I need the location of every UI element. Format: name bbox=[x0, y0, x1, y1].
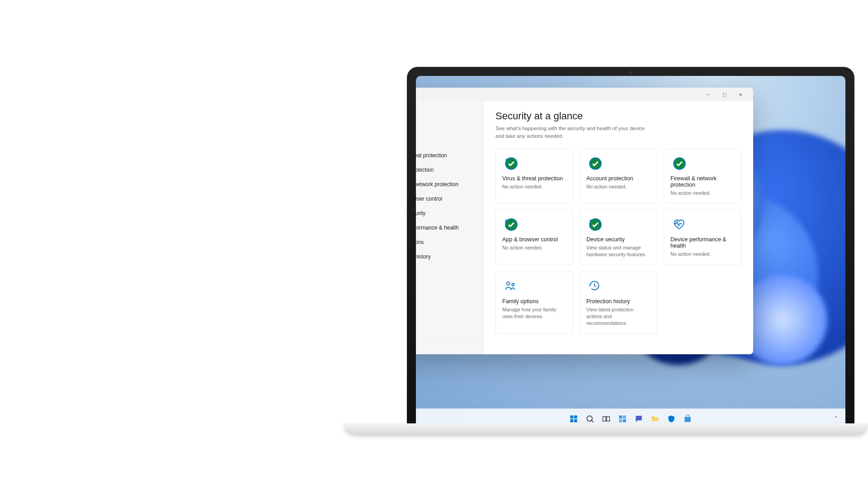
sidebar-item-account[interactable]: Account protection bbox=[416, 163, 483, 177]
main-panel: Security at a glance See what's happenin… bbox=[484, 101, 753, 354]
sidebar-item-label: Account protection bbox=[416, 167, 434, 173]
page-subtitle: See what's happening with the security a… bbox=[495, 125, 649, 141]
card-title: App & browser control bbox=[502, 236, 566, 243]
task-view-button[interactable] bbox=[600, 413, 612, 425]
svg-rect-25 bbox=[619, 415, 623, 418]
card-title: Device performance & health bbox=[670, 236, 735, 249]
sidebar-item-label: Device performance & health bbox=[416, 225, 459, 231]
card-app-browser[interactable]: App & browser control No action needed. bbox=[495, 210, 573, 265]
card-subtitle: View latest protection actions and recom… bbox=[586, 306, 651, 327]
svg-point-22 bbox=[587, 416, 592, 421]
windows-security-window: Windows Security ─ ▢ ✕ bbox=[416, 88, 753, 354]
status-ok-icon bbox=[503, 157, 519, 170]
sidebar-item-home[interactable]: Home bbox=[416, 134, 483, 148]
card-protection-history[interactable]: Protection history View latest protectio… bbox=[580, 272, 657, 334]
svg-rect-21 bbox=[574, 419, 577, 422]
card-subtitle: View status and manage hardware security… bbox=[586, 244, 651, 258]
broadcast-icon bbox=[670, 156, 687, 169]
card-firewall[interactable]: Firewall & network protection No action … bbox=[664, 149, 741, 203]
sidebar-item-device-security[interactable]: Device security bbox=[416, 206, 483, 221]
start-button[interactable] bbox=[568, 413, 580, 425]
svg-rect-28 bbox=[623, 419, 626, 422]
history-icon bbox=[586, 279, 603, 292]
heart-pulse-icon bbox=[670, 217, 687, 230]
svg-rect-29 bbox=[684, 417, 690, 422]
card-title: Device security bbox=[586, 236, 651, 243]
sidebar-item-app-browser[interactable]: App & browser control bbox=[416, 192, 483, 206]
svg-rect-18 bbox=[571, 415, 574, 418]
card-subtitle: No action needed. bbox=[586, 183, 651, 190]
card-subtitle: No action needed. bbox=[502, 183, 566, 190]
svg-rect-24 bbox=[607, 417, 610, 421]
window-icon bbox=[502, 217, 519, 230]
sidebar-item-label: Protection history bbox=[416, 253, 431, 260]
sidebar-item-label: Firewall & network protection bbox=[416, 181, 458, 188]
family-icon bbox=[502, 279, 519, 292]
person-icon bbox=[586, 156, 603, 169]
chat-button[interactable] bbox=[633, 413, 645, 425]
svg-point-16 bbox=[507, 282, 510, 285]
status-ok-icon bbox=[671, 157, 688, 170]
sidebar: Home Virus & threat protection Account p… bbox=[416, 101, 484, 354]
card-title: Virus & threat protection bbox=[502, 175, 566, 182]
card-title: Protection history bbox=[586, 298, 651, 305]
maximize-button[interactable]: ▢ bbox=[716, 88, 732, 101]
card-family-options[interactable]: Family options Manage how your family us… bbox=[495, 272, 573, 334]
card-subtitle: No action needed. bbox=[670, 251, 735, 258]
minimize-button[interactable]: ─ bbox=[700, 88, 716, 101]
widgets-button[interactable] bbox=[617, 413, 628, 425]
status-ok-icon bbox=[587, 218, 604, 231]
status-ok-icon bbox=[587, 157, 604, 170]
card-device-health[interactable]: Device performance & health No action ne… bbox=[664, 210, 741, 265]
status-ok-icon bbox=[503, 218, 519, 231]
titlebar: Windows Security ─ ▢ ✕ bbox=[416, 88, 753, 101]
search-button[interactable] bbox=[584, 413, 596, 425]
svg-rect-23 bbox=[603, 417, 606, 421]
close-button[interactable]: ✕ bbox=[732, 88, 749, 101]
sidebar-item-label: Device security bbox=[416, 210, 425, 216]
card-subtitle: No action needed. bbox=[670, 190, 735, 197]
laptop-frame: Windows Security ─ ▢ ✕ bbox=[407, 67, 854, 428]
svg-point-17 bbox=[512, 283, 514, 286]
card-title: Family options bbox=[502, 298, 566, 305]
sidebar-item-device-health[interactable]: Device performance & health bbox=[416, 221, 483, 235]
sidebar-item-virus[interactable]: Virus & threat protection bbox=[416, 148, 483, 163]
sidebar-item-label: Family options bbox=[416, 239, 424, 245]
camera-dot bbox=[629, 71, 632, 74]
card-title: Account protection bbox=[586, 175, 651, 182]
sidebar-item-label: Virus & threat protection bbox=[416, 152, 447, 159]
card-device-security[interactable]: Device security View status and manage h… bbox=[580, 210, 657, 265]
svg-rect-27 bbox=[619, 419, 623, 422]
card-subtitle: No action needed. bbox=[502, 244, 566, 251]
page-title: Security at a glance bbox=[495, 110, 741, 122]
card-title: Firewall & network protection bbox=[670, 175, 735, 188]
card-subtitle: Manage how your family uses their device… bbox=[502, 306, 566, 320]
laptop-icon bbox=[586, 217, 603, 230]
svg-rect-19 bbox=[574, 415, 577, 418]
file-explorer-button[interactable] bbox=[649, 413, 661, 425]
laptop-base bbox=[344, 423, 868, 435]
store-button[interactable] bbox=[682, 413, 693, 425]
svg-rect-20 bbox=[571, 419, 574, 422]
card-account-protection[interactable]: Account protection No action needed. bbox=[580, 149, 657, 203]
nav-list: Home Virus & threat protection Account p… bbox=[416, 134, 483, 339]
tray-overflow-button[interactable]: ˄ bbox=[832, 414, 840, 424]
shield-icon bbox=[502, 156, 519, 169]
svg-rect-26 bbox=[623, 415, 626, 418]
card-virus-threat[interactable]: Virus & threat protection No action need… bbox=[495, 149, 573, 203]
card-grid: Virus & threat protection No action need… bbox=[495, 149, 741, 334]
sidebar-item-label: App & browser control bbox=[416, 196, 442, 202]
sidebar-item-firewall[interactable]: Firewall & network protection bbox=[416, 177, 483, 192]
sidebar-item-settings[interactable]: Settings bbox=[416, 340, 483, 354]
sidebar-item-family[interactable]: Family options bbox=[416, 235, 483, 249]
security-button[interactable] bbox=[665, 413, 677, 425]
desktop-screen: Windows Security ─ ▢ ✕ bbox=[416, 76, 845, 428]
sidebar-item-history[interactable]: Protection history bbox=[416, 249, 483, 264]
